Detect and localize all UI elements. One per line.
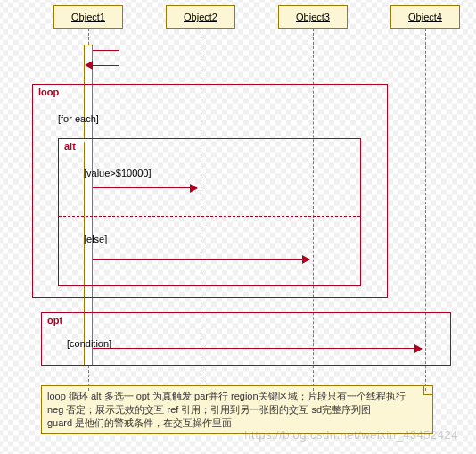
lifeline-head-object2[interactable]: Object2 [166, 5, 235, 29]
fragment-alt-label: alt [58, 138, 86, 153]
lifeline-head-object1[interactable]: Object1 [53, 5, 123, 29]
arrowhead-icon [190, 184, 198, 193]
diagram-note: loop 循环 alt 多选一 opt 为真触发 par并行 region关键区… [41, 385, 433, 434]
fragment-alt[interactable]: alt [value>$10000] [else] [58, 138, 361, 286]
fragment-loop-guard: [for each] [58, 113, 99, 124]
fragment-loop[interactable]: loop [for each] alt [value>$10000] [else… [32, 84, 388, 298]
arrowhead-icon [414, 344, 423, 353]
note-line: neg 否定；展示无效的交互 ref 引用；引用到另一张图的交互 sd完整序列图 [47, 403, 427, 417]
self-message-object1[interactable] [93, 50, 119, 66]
arrowhead-icon [302, 255, 310, 264]
fragment-alt-divider [59, 216, 360, 217]
lifeline-head-object3[interactable]: Object3 [278, 5, 348, 29]
message-obj1-to-obj2[interactable] [93, 187, 197, 188]
arrowhead-icon [85, 61, 93, 70]
sequence-diagram: Object1 Object2 Object3 Object4 loop [fo… [0, 0, 476, 454]
fragment-loop-label: loop [32, 84, 70, 99]
fragment-alt-guard2: [else] [84, 234, 107, 244]
message-obj1-to-obj3[interactable] [93, 259, 309, 260]
note-line: loop 循环 alt 多选一 opt 为真触发 par并行 region关键区… [47, 390, 427, 403]
fragment-alt-guard1: [value>$10000] [84, 168, 152, 178]
watermark: https://blog.csdn.net/weixin_43452424 [244, 428, 458, 442]
lifeline-head-object4[interactable]: Object4 [390, 5, 460, 29]
message-obj1-to-obj4[interactable] [93, 348, 422, 349]
fragment-opt-label: opt [41, 312, 73, 327]
fragment-opt[interactable]: opt [condition] [41, 312, 451, 366]
